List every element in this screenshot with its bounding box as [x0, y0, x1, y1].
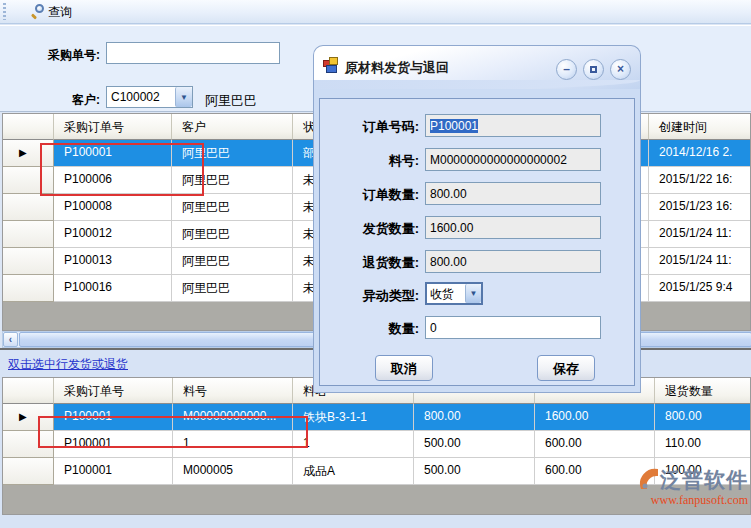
- cell-customer[interactable]: 阿里巴巴: [172, 140, 293, 167]
- cell-created[interactable]: 2014/12/16 2.: [649, 140, 751, 167]
- order-no-field[interactable]: P100001: [425, 114, 601, 137]
- col-order-no[interactable]: 采购订单号: [54, 378, 173, 404]
- cell-material-no[interactable]: 1: [173, 431, 293, 458]
- cancel-button[interactable]: 取消: [375, 355, 433, 381]
- cell-order-no[interactable]: P100001: [54, 458, 173, 485]
- watermark-url: www.fanpusoft.com: [618, 493, 748, 508]
- cell-customer[interactable]: 阿里巴巴: [172, 167, 293, 194]
- row-selector[interactable]: [3, 458, 54, 485]
- col-order-no[interactable]: 采购订单号: [54, 114, 172, 140]
- dialog-body: 订单号码: P100001 料号: M0000000000000000002 订…: [313, 89, 641, 393]
- row-selector[interactable]: ▶: [3, 404, 54, 431]
- cell-order-no[interactable]: P100016: [54, 275, 172, 302]
- scroll-left-icon[interactable]: ‹: [3, 332, 18, 347]
- search-icon: [30, 4, 44, 18]
- customer-name-text: 阿里巴巴: [205, 92, 257, 110]
- customer-combobox-value: C100002: [107, 90, 175, 104]
- ship-qty-label: 发货数量:: [324, 220, 419, 238]
- cell-customer[interactable]: 阿里巴巴: [172, 275, 293, 302]
- row-selector[interactable]: [3, 194, 54, 221]
- cell-material-name[interactable]: 1: [293, 431, 414, 458]
- return-qty-field[interactable]: 800.00: [425, 250, 601, 273]
- double-click-hint-link[interactable]: 双击选中行发货或退货: [8, 356, 128, 373]
- col-material-no[interactable]: 料号: [173, 378, 293, 404]
- cell-created[interactable]: 2015/1/23 16:: [649, 194, 751, 221]
- cell-return-qty[interactable]: 800.00: [655, 404, 751, 431]
- customer-combobox[interactable]: C100002 ▼: [106, 86, 193, 108]
- cell-created[interactable]: 2015/1/24 11:: [649, 221, 751, 248]
- minimize-button[interactable]: –: [556, 59, 577, 80]
- cell-order-no[interactable]: P100001: [54, 404, 173, 431]
- row-selector[interactable]: ▶: [3, 140, 54, 167]
- cell-material-name[interactable]: 铁块B-3-1-1: [293, 404, 414, 431]
- close-icon[interactable]: ×: [610, 59, 631, 80]
- form-icon: [323, 57, 340, 74]
- query-button-label: 查询: [48, 5, 72, 19]
- dialog-titlebar[interactable]: 原材料发货与退回 – ×: [313, 45, 641, 89]
- order-no-label: 订单号码:: [324, 118, 419, 136]
- cell-order-no[interactable]: P100001: [54, 140, 172, 167]
- query-button[interactable]: 查询: [24, 2, 78, 22]
- qty-label: 数量:: [324, 320, 419, 338]
- cell-created[interactable]: 2015/1/25 9:4: [649, 275, 751, 302]
- selector-header: [3, 378, 54, 404]
- chevron-down-icon[interactable]: ▼: [175, 87, 192, 107]
- row-selector[interactable]: [3, 221, 54, 248]
- cell-order-no[interactable]: P100008: [54, 194, 172, 221]
- cell-order-no[interactable]: P100006: [54, 167, 172, 194]
- row-arrow-icon: ▶: [19, 147, 27, 158]
- watermark: 泛普软件 www.fanpusoft.com: [618, 468, 748, 508]
- ship-qty-field[interactable]: 1600.00: [425, 216, 601, 239]
- cell-order-no[interactable]: P100001: [54, 431, 173, 458]
- chevron-down-icon[interactable]: ▼: [465, 284, 481, 303]
- cell-customer[interactable]: 阿里巴巴: [172, 194, 293, 221]
- save-button[interactable]: 保存: [537, 355, 595, 381]
- watermark-brand: 泛普软件: [660, 468, 748, 491]
- cell-customer[interactable]: 阿里巴巴: [172, 248, 293, 275]
- row-arrow-icon: ▶: [19, 411, 27, 422]
- po-number-label: 采购单号:: [14, 47, 100, 64]
- toolbar: 查询: [0, 0, 751, 24]
- order-qty-label: 订单数量:: [324, 186, 419, 204]
- trans-type-label: 异动类型:: [324, 287, 419, 305]
- material-no-label: 料号:: [324, 152, 419, 170]
- customer-label: 客户:: [36, 92, 100, 109]
- row-selector[interactable]: [3, 167, 54, 194]
- trans-type-combobox[interactable]: 收货 ▼: [425, 282, 483, 305]
- row-selector[interactable]: [3, 248, 54, 275]
- dialog-content-panel: 订单号码: P100001 料号: M0000000000000000002 订…: [319, 98, 635, 386]
- cell-qty1[interactable]: 500.00: [414, 431, 535, 458]
- cell-return-qty[interactable]: 110.00: [655, 431, 751, 458]
- qty-field[interactable]: 0: [425, 316, 601, 339]
- cell-qty1[interactable]: 500.00: [414, 458, 535, 485]
- dialog-title: 原材料发货与退回: [345, 59, 449, 77]
- cell-material-no[interactable]: M00000000000...: [173, 404, 293, 431]
- order-qty-field[interactable]: 800.00: [425, 182, 601, 205]
- cell-material-no[interactable]: M000005: [173, 458, 293, 485]
- material-ship-return-dialog: 原材料发货与退回 – × 订单号码: P100001 料号: M00000000…: [313, 45, 641, 393]
- cell-customer[interactable]: 阿里巴巴: [172, 221, 293, 248]
- maximize-button[interactable]: [583, 59, 604, 80]
- col-return-qty[interactable]: 退货数量: [655, 378, 751, 404]
- po-number-input[interactable]: [106, 42, 280, 64]
- selector-header: [3, 114, 54, 140]
- cell-created[interactable]: 2015/1/24 11:: [649, 248, 751, 275]
- cell-qty1[interactable]: 800.00: [414, 404, 535, 431]
- cell-order-no[interactable]: P100013: [54, 248, 172, 275]
- col-created[interactable]: 创建时间: [649, 114, 751, 140]
- watermark-logo-icon: [639, 468, 659, 493]
- selected-text: P100001: [430, 119, 478, 133]
- cell-created[interactable]: 2015/1/22 16:: [649, 167, 751, 194]
- cell-material-name[interactable]: 成品A: [293, 458, 414, 485]
- material-no-field[interactable]: M0000000000000000002: [425, 148, 601, 171]
- col-customer[interactable]: 客户: [172, 114, 293, 140]
- trans-type-value: 收货: [427, 284, 465, 303]
- table-row[interactable]: ▶ P100001 M00000000000... 铁块B-3-1-1 800.…: [3, 404, 750, 431]
- row-selector[interactable]: [3, 275, 54, 302]
- cell-order-no[interactable]: P100012: [54, 221, 172, 248]
- cell-qty2[interactable]: 1600.00: [535, 404, 655, 431]
- toolbar-grip[interactable]: [3, 3, 6, 20]
- cell-qty2[interactable]: 600.00: [535, 431, 655, 458]
- table-row[interactable]: P100001 1 1 500.00 600.00 110.00: [3, 431, 750, 458]
- row-selector[interactable]: [3, 431, 54, 458]
